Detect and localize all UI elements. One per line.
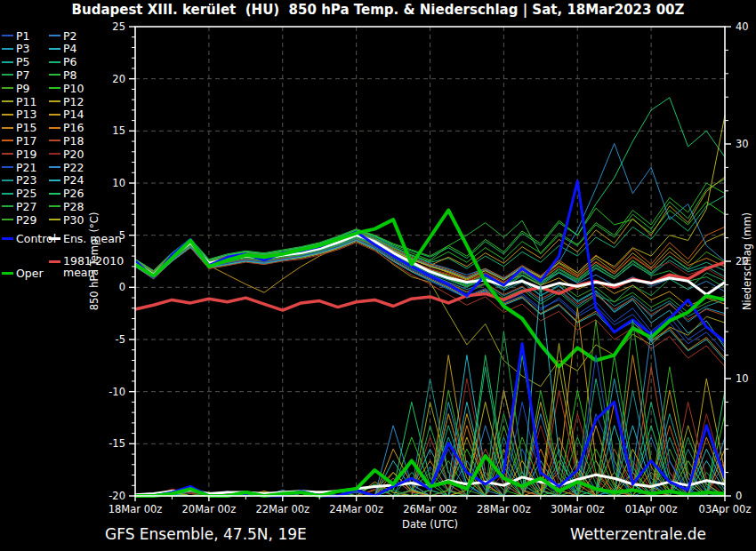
svg-text:20: 20 bbox=[112, 73, 125, 85]
svg-text:24Mar 00z: 24Mar 00z bbox=[329, 503, 383, 515]
svg-text:18Mar 00z: 18Mar 00z bbox=[109, 503, 163, 515]
svg-text:28Mar 00z: 28Mar 00z bbox=[477, 503, 531, 515]
svg-text:30: 30 bbox=[736, 138, 749, 150]
svg-text:10: 10 bbox=[112, 177, 125, 189]
svg-text:0: 0 bbox=[736, 490, 742, 502]
svg-text:0: 0 bbox=[119, 281, 125, 293]
svg-text:01Apr 00z: 01Apr 00z bbox=[625, 503, 678, 515]
svg-text:30Mar 00z: 30Mar 00z bbox=[551, 503, 605, 515]
footer-brand: Wetterzentrale.de bbox=[570, 525, 706, 543]
svg-text:-5: -5 bbox=[116, 333, 125, 346]
svg-text:26Mar 00z: 26Mar 00z bbox=[403, 503, 457, 515]
svg-text:-15: -15 bbox=[109, 437, 125, 450]
svg-text:15: 15 bbox=[112, 124, 125, 137]
svg-text:20Mar 00z: 20Mar 00z bbox=[182, 503, 237, 515]
weather-ensemble-page: Budapest XIII. kerület (HU) 850 hPa Temp… bbox=[0, 0, 756, 551]
svg-text:5: 5 bbox=[119, 229, 125, 242]
svg-text:-20: -20 bbox=[109, 490, 125, 502]
svg-text:03Apr 00z: 03Apr 00z bbox=[699, 503, 752, 515]
y-axis-title-right: Niederschlag (mm) bbox=[741, 212, 753, 310]
y-axis-title-left: 850 hPa Temp. (°C) bbox=[88, 212, 101, 311]
footer-model-info: GFS Ensemble, 47.5N, 19E bbox=[105, 525, 307, 543]
svg-text:40: 40 bbox=[736, 20, 749, 33]
svg-text:10: 10 bbox=[736, 372, 749, 385]
ensemble-plot: 2520151050-5-10-15-2040302010018Mar 00z2… bbox=[0, 0, 756, 551]
svg-text:-10: -10 bbox=[109, 386, 125, 398]
svg-text:22Mar 00z: 22Mar 00z bbox=[255, 503, 310, 515]
svg-text:25: 25 bbox=[112, 20, 125, 33]
